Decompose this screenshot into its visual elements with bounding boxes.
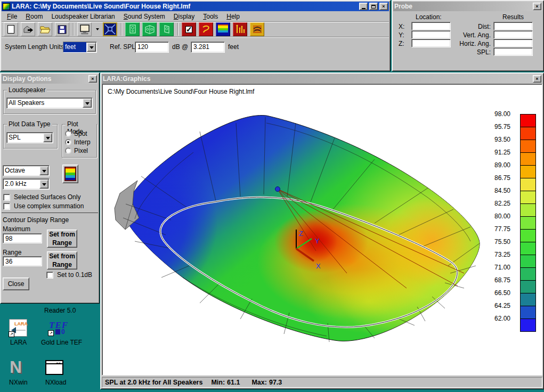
desktop-icon-nxload[interactable]: ■■ [45,360,63,375]
selected-surfaces-row[interactable]: Selected Surfaces Only [3,193,80,201]
save-button[interactable] [55,22,69,36]
speaker-front-button[interactable] [125,22,140,36]
menu-display[interactable]: Display [169,12,199,21]
frequency-combo-dropdown[interactable] [39,179,48,189]
menu-loudspeaker-librarian[interactable]: Loudspeaker Librarian [47,12,119,21]
verify-check-button[interactable]: ✓ [182,22,196,36]
close-icon: × [91,77,94,81]
plot-mode-spot[interactable]: Spot [65,130,87,137]
set-01db-checkbox[interactable] [46,272,53,279]
range-input[interactable]: 36 [3,256,42,266]
units-combo[interactable]: feet [63,42,97,53]
probe-vert-output[interactable] [493,30,533,39]
complex-summation-row[interactable]: Use complex summation [3,202,84,210]
plot-data-type-combo-value: SPL [7,133,43,143]
dropdown-arrow-icon [90,46,94,51]
import-room-button[interactable] [21,22,35,36]
scale-band [521,127,535,140]
dropdown-arrow-icon [96,28,99,32]
speaker-cluster-button[interactable] [142,22,157,36]
display-options-titlebar[interactable]: Display Options × [2,74,98,84]
monitor-dropdown-button[interactable] [94,22,100,36]
contour-range-label: Contour Display Range [3,216,69,224]
menu-tools[interactable]: Tools [199,12,222,21]
desktop-icon-nxload-label[interactable]: NXload [45,379,66,386]
desktop-icon-nxwin-label[interactable]: NXwin [9,379,28,386]
desktop-icon-tef[interactable]: TEF 0 ↗ [48,320,70,337]
graphics-canvas[interactable]: C:\My Documents\Live Sound\Four House Ri… [102,84,542,375]
toolbar-separator [177,23,178,36]
spl-map-icon [218,24,228,34]
menu-sound-system[interactable]: Sound System [119,12,169,21]
menubar: File Room Loudspeaker Librarian Sound Sy… [3,12,389,21]
probe-horiz-output[interactable] [493,39,533,47]
plot-data-type-combo[interactable]: SPL [6,132,53,143]
desktop-icon-nxwin[interactable]: N [10,359,27,376]
units-combo-dropdown[interactable] [87,43,96,52]
desktop-icon-tef-label[interactable]: Gold Line TEF [41,339,82,346]
probe-titlebar[interactable]: Probe × [393,2,542,11]
complex-summation-checkbox[interactable] [3,203,10,210]
open-file-button[interactable] [38,22,52,36]
plot-mode-pixel[interactable]: Pixel [65,147,88,154]
band-combo-dropdown[interactable] [39,166,48,175]
menu-help[interactable]: Help [222,12,244,21]
colormap-button[interactable] [62,165,78,183]
minimize-button[interactable] [359,3,368,10]
graphics-close-button[interactable]: × [533,75,541,83]
probe-dist-output[interactable] [493,22,533,30]
loudspeaker-combo[interactable]: All Speakers [6,97,93,109]
probe-y-input[interactable] [411,30,451,39]
nxwin-icon-letter: N [10,357,22,377]
scale-band [521,115,535,127]
units-combo-value: feet [63,42,86,52]
impulse-button[interactable] [233,22,247,36]
set-01db-row[interactable]: Set to 0.1dB [46,271,92,279]
close-panel-button[interactable]: Close [3,277,29,290]
display-monitor-button[interactable] [77,22,92,36]
scale-band [521,140,535,153]
close-button[interactable]: × [379,3,388,10]
scale-label: 98.00 [470,108,516,120]
set-max-from-range-button[interactable]: Set from Range [47,230,77,248]
scale-label: 93.50 [470,133,516,146]
ref-distance-input[interactable]: 3.281 [191,42,225,53]
radio-spot[interactable] [65,130,71,137]
desktop-icon-lara[interactable]: LARA ↗ [9,319,27,337]
radio-interp[interactable] [65,139,71,145]
probe-z-input[interactable] [411,39,451,47]
frequency-combo[interactable]: 2.0 kHz [3,178,50,190]
probe-close-button[interactable]: × [533,3,541,10]
scale-label: 89.00 [470,159,516,172]
desktop-icon-lara-label[interactable]: LARA [10,339,27,346]
waterfall-button[interactable] [250,22,264,36]
ref-spl-input[interactable]: 120 [135,42,169,53]
set-range-from-range-button[interactable]: Set from Range [47,251,77,270]
selected-surfaces-checkbox[interactable] [3,194,10,201]
probe-spl-output[interactable] [493,47,533,56]
menu-room[interactable]: Room [21,12,47,21]
main-titlebar[interactable]: LARA: C:\My Documents\Live Sound\Four Ho… [2,2,389,11]
scale-band [521,319,535,331]
band-combo[interactable]: Octave [3,165,50,176]
plot-data-type-combo-dropdown[interactable] [43,133,52,142]
maximum-input[interactable]: 98 [3,233,42,243]
speaker-side-button[interactable] [159,22,174,36]
radio-pixel[interactable] [65,148,71,154]
graphics-titlebar[interactable]: LARA:Graphics × [102,74,542,84]
scale-label: 62.00 [470,312,516,325]
plot-mode-interp[interactable]: Interp [65,138,91,146]
phase-curve-button[interactable] [199,22,213,36]
loudspeaker-combo-dropdown[interactable] [83,99,92,108]
axes-window-button[interactable] [103,22,117,36]
maximize-button[interactable] [369,3,378,10]
axes-window-icon [104,24,116,35]
scale-label: 71.00 [470,261,516,274]
scale-band [521,230,535,242]
menu-file[interactable]: File [3,12,21,21]
probe-x-input[interactable] [411,22,451,30]
new-file-button[interactable] [4,22,18,36]
display-options-close-button[interactable]: × [88,75,97,83]
spl-map-button[interactable] [216,22,230,36]
scale-band [521,166,535,178]
